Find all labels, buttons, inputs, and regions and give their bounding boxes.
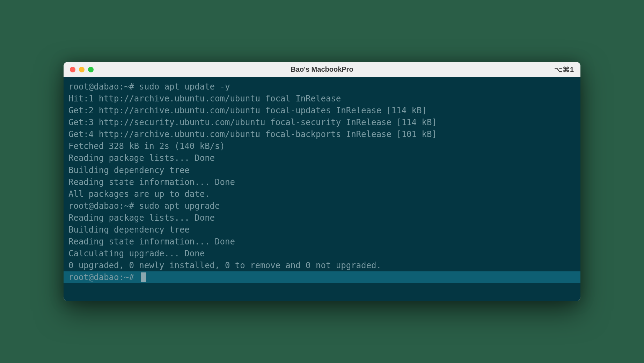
terminal-line: 0 upgraded, 0 newly installed, 0 to remo… bbox=[68, 259, 576, 271]
traffic-lights bbox=[70, 67, 94, 72]
terminal-line: Reading state information... Done bbox=[68, 236, 576, 248]
terminal-line: root@dabao:~# sudo apt update -y bbox=[68, 81, 576, 93]
terminal-body[interactable]: root@dabao:~# sudo apt update -y Hit:1 h… bbox=[64, 77, 580, 301]
terminal-line: root@dabao:~# sudo apt upgrade bbox=[68, 200, 576, 212]
terminal-line: Get:4 http://archive.ubuntu.com/ubuntu f… bbox=[68, 128, 576, 140]
terminal-line: Calculating upgrade... Done bbox=[68, 248, 576, 259]
terminal-line: Reading package lists... Done bbox=[68, 152, 576, 164]
terminal-line: Get:2 http://archive.ubuntu.com/ubuntu f… bbox=[68, 105, 576, 116]
terminal-line: Hit:1 http://archive.ubuntu.com/ubuntu f… bbox=[68, 93, 576, 105]
active-prompt-line[interactable]: root@dabao:~# bbox=[64, 271, 580, 283]
terminal-line: All packages are up to date. bbox=[68, 188, 576, 200]
window-shortcut: ⌥⌘1 bbox=[554, 65, 574, 74]
maximize-icon[interactable] bbox=[88, 67, 94, 72]
titlebar: Bao's MacbookPro ⌥⌘1 bbox=[64, 62, 580, 77]
close-icon[interactable] bbox=[70, 67, 75, 72]
terminal-line: Building dependency tree bbox=[68, 164, 576, 176]
cursor-icon bbox=[141, 272, 146, 282]
terminal-line: Building dependency tree bbox=[68, 224, 576, 236]
terminal-line: Fetched 328 kB in 2s (140 kB/s) bbox=[68, 140, 576, 152]
window-title: Bao's MacbookPro bbox=[291, 65, 353, 73]
prompt-text: root@dabao:~# bbox=[68, 271, 139, 283]
terminal-line: Get:3 http://security.ubuntu.com/ubuntu … bbox=[68, 116, 576, 128]
minimize-icon[interactable] bbox=[79, 67, 85, 72]
terminal-window: Bao's MacbookPro ⌥⌘1 root@dabao:~# sudo … bbox=[64, 62, 580, 301]
terminal-line: Reading state information... Done bbox=[68, 176, 576, 188]
terminal-line: Reading package lists... Done bbox=[68, 212, 576, 224]
